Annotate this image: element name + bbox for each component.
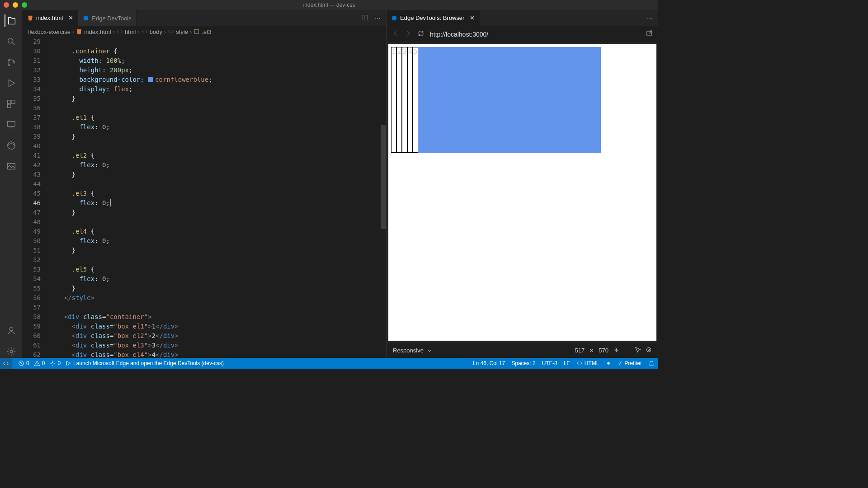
edge-icon — [391, 15, 397, 21]
more-actions-icon[interactable]: ⋯ — [375, 15, 381, 22]
svg-rect-7 — [7, 122, 15, 127]
tab-close-icon[interactable]: ✕ — [470, 14, 475, 21]
editor-scrollbar[interactable] — [381, 125, 386, 229]
browser-viewport[interactable]: 1 2 3 4 5 — [388, 44, 656, 341]
editor-tabs: index.html ✕ Edge DevTools ⋯ — [23, 10, 386, 26]
accounts-icon[interactable] — [5, 324, 18, 337]
line-number-gutter: 2930313233343536373839404142434445464748… — [23, 37, 49, 358]
code-editor[interactable]: 2930313233343536373839404142434445464748… — [23, 37, 386, 358]
explorer-icon[interactable] — [5, 14, 17, 27]
status-bar: 0 0 0 Launch Microsoft Edge and open the… — [0, 358, 658, 369]
launch-edge-task[interactable]: Launch Microsoft Edge and open the Edge … — [65, 360, 224, 366]
prettier-status[interactable]: ✓ Prettier — [618, 360, 642, 366]
svg-point-15 — [392, 15, 397, 20]
window-controls — [4, 2, 27, 8]
source-control-icon[interactable] — [5, 56, 18, 69]
tab-label: index.html — [36, 14, 63, 21]
dimension-separator: ✕ — [589, 347, 594, 354]
maximize-window-button[interactable] — [22, 2, 27, 8]
indentation[interactable]: Spaces: 2 — [511, 360, 535, 366]
photos-icon[interactable] — [5, 160, 18, 173]
device-selector[interactable]: Responsive — [393, 347, 433, 354]
preview-box-3: 3 — [402, 47, 407, 153]
svg-rect-6 — [7, 104, 10, 108]
html-file-icon — [27, 15, 33, 21]
breadcrumb-html: html — [117, 28, 136, 35]
svg-point-1 — [8, 59, 9, 61]
tab-label: Edge DevTools: Browser — [400, 14, 464, 21]
svg-point-17 — [648, 349, 650, 351]
code-content[interactable]: .container { width: 100%; height: 200px;… — [49, 37, 386, 358]
language-mode[interactable]: HTML — [576, 360, 599, 366]
breadcrumb-selector: .el3 — [193, 28, 211, 35]
titlebar: index.html — dev-css — [0, 0, 658, 10]
breadcrumb-folder: flexbox-exercise — [28, 28, 71, 35]
svg-rect-5 — [11, 100, 14, 103]
svg-point-0 — [8, 38, 13, 43]
url-bar[interactable]: http://localhost:3000/ — [430, 31, 640, 38]
problems-errors[interactable]: 0 — [18, 360, 29, 366]
viewport-height[interactable]: 570 — [599, 347, 609, 354]
run-debug-icon[interactable] — [5, 77, 18, 89]
pick-element-icon[interactable] — [635, 347, 641, 354]
svg-point-8 — [7, 142, 15, 150]
devtools-device-bar: Responsive 517 ✕ 570 — [387, 343, 658, 358]
nav-back-icon[interactable] — [392, 30, 399, 38]
svg-point-2 — [8, 64, 9, 66]
browser-toolbar: http://localhost:3000/ — [387, 26, 658, 42]
browser-panel: Edge DevTools: Browser ✕ ⋯ http://localh… — [387, 10, 658, 358]
settings-gear-icon[interactable] — [5, 345, 18, 358]
remote-explorer-icon[interactable] — [5, 118, 18, 131]
tab-label: Edge DevTools — [92, 15, 131, 22]
breadcrumb-file: index.html — [76, 28, 111, 35]
extensions-icon[interactable] — [5, 98, 18, 110]
breadcrumbs[interactable]: flexbox-exercise › index.html › html › b… — [23, 26, 386, 37]
tab-devtools-browser[interactable]: Edge DevTools: Browser ✕ — [387, 10, 480, 26]
svg-point-20 — [52, 362, 54, 364]
preview-box-4: 4 — [407, 47, 413, 153]
encoding[interactable]: UTF-8 — [542, 360, 557, 366]
notifications-bell-icon[interactable] — [648, 360, 655, 366]
breadcrumb-style: style — [168, 28, 188, 35]
preview-box-2: 2 — [396, 47, 402, 153]
edge-icon — [83, 15, 89, 21]
problems-warnings[interactable]: 0 — [34, 360, 45, 366]
close-window-button[interactable] — [4, 2, 9, 8]
preview-container: 1 2 3 4 5 — [391, 47, 601, 153]
reload-icon[interactable] — [417, 30, 425, 38]
window-title: index.html — dev-css — [303, 2, 355, 8]
ports-forwarded[interactable]: 0 — [49, 360, 61, 366]
open-external-icon[interactable] — [646, 30, 653, 38]
svg-rect-4 — [7, 100, 10, 103]
svg-point-18 — [646, 347, 651, 352]
split-editor-icon[interactable] — [361, 14, 368, 23]
rotate-icon[interactable] — [613, 347, 619, 354]
activity-bar — [0, 10, 23, 358]
remote-indicator[interactable] — [0, 358, 12, 369]
minimize-window-button[interactable] — [13, 2, 18, 8]
breadcrumb-body: body — [142, 28, 162, 35]
eol[interactable]: LF — [564, 360, 570, 366]
preview-box-5: 5 — [413, 47, 418, 153]
preview-box-1: 1 — [391, 47, 396, 153]
cursor-position[interactable]: Ln 46, Col 17 — [473, 360, 505, 366]
tab-edge-devtools[interactable]: Edge DevTools — [78, 10, 136, 26]
svg-rect-14 — [195, 29, 199, 33]
tab-close-icon[interactable]: ✕ — [68, 14, 73, 21]
chevron-down-icon — [426, 347, 433, 354]
svg-point-21 — [608, 362, 610, 365]
edge-devtools-icon[interactable] — [5, 139, 18, 152]
nav-forward-icon[interactable] — [405, 30, 412, 38]
more-actions-icon[interactable]: ⋯ — [647, 15, 653, 22]
editor-panel: index.html ✕ Edge DevTools ⋯ flexbox-exe… — [23, 10, 387, 358]
screencast-icon[interactable] — [646, 347, 652, 354]
go-live[interactable] — [605, 360, 612, 366]
svg-point-3 — [13, 61, 14, 63]
svg-point-11 — [10, 350, 13, 353]
browser-tabs: Edge DevTools: Browser ✕ ⋯ — [387, 10, 658, 26]
tab-index-html[interactable]: index.html ✕ — [23, 10, 78, 26]
viewport-width[interactable]: 517 — [575, 347, 585, 354]
svg-point-10 — [9, 328, 13, 331]
svg-point-12 — [84, 16, 89, 21]
search-icon[interactable] — [5, 35, 18, 48]
